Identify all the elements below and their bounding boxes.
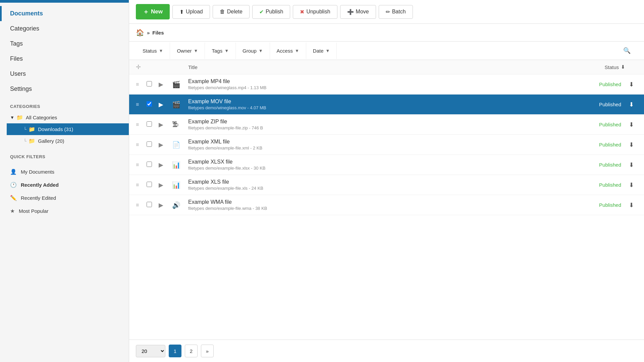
play-button[interactable]: ▶ [159, 181, 172, 189]
plus-icon: ＋ [143, 8, 149, 16]
file-rows-container: ≡ ▶ 🎬 Example MP4 file filetypes demo/wi… [129, 74, 644, 215]
filter-most-popular[interactable]: ★ Most Popular [0, 204, 129, 218]
status-badge: Published [599, 202, 625, 208]
table-row[interactable]: ≡ ▶ 📄 Example XML file filetypes demo/ex… [129, 135, 644, 155]
drag-handle: ≡ [136, 162, 147, 168]
categories-sub-tree: └ 📁 Downloads (31) └ 📁 Gallery (20) [0, 123, 129, 147]
file-meta: filetypes demo/example-file.xls - 24 KB [188, 186, 599, 191]
pencil-icon: ✏️ [10, 195, 17, 201]
category-gallery[interactable]: └ 📁 Gallery (20) [7, 135, 129, 147]
page-next-button[interactable]: » [201, 345, 214, 357]
file-meta: filetypes demo/example-file.xml - 2 KB [188, 145, 599, 150]
row-checkbox[interactable] [147, 182, 159, 188]
download-button[interactable]: ⬇ [625, 121, 637, 128]
sub-indent-icon: └ [23, 138, 26, 143]
filter-tags[interactable]: Tags ▼ [205, 43, 236, 59]
filter-my-documents-label: My Documents [21, 169, 54, 175]
table-row[interactable]: ≡ ▶ 🔊 Example WMA file filetypes demo/ex… [129, 195, 644, 215]
download-button[interactable]: ⬇ [625, 101, 637, 108]
person-icon: 👤 [10, 169, 17, 175]
status-badge: Published [599, 142, 625, 147]
play-button[interactable]: ▶ [159, 81, 172, 88]
filter-status[interactable]: Status ▼ [136, 43, 170, 59]
new-button-label: New [151, 8, 163, 15]
sidebar-item-files[interactable]: Files [0, 51, 129, 66]
filter-my-documents[interactable]: 👤 My Documents [0, 165, 129, 178]
row-checkbox[interactable] [147, 101, 159, 108]
home-icon[interactable]: 🏠 [136, 28, 144, 37]
row-checkbox[interactable] [147, 202, 159, 208]
row-checkbox[interactable] [147, 121, 159, 128]
breadcrumb: 🏠 » Files [129, 24, 644, 42]
row-checkbox[interactable] [147, 81, 159, 87]
table-row[interactable]: ≡ ▶ 📊 Example XLSX file filetypes demo/e… [129, 155, 644, 175]
file-name: Example ZIP file [188, 119, 599, 125]
table-row[interactable]: ≡ ▶ 🗜 Example ZIP file filetypes demo/ex… [129, 115, 644, 135]
chevron-down-icon: ▼ [159, 48, 163, 53]
filter-owner[interactable]: Owner ▼ [170, 43, 205, 59]
file-name: Example MP4 file [188, 78, 599, 84]
drag-handle: ≡ [136, 102, 147, 108]
file-meta: filetypes demo/example-file.zip - 746 B [188, 125, 599, 130]
drag-handle: ≡ [136, 182, 147, 188]
table-row[interactable]: ≡ ▶ 🎬 Example MOV file filetypes demo/wi… [129, 95, 644, 115]
file-list: ✛ Title Status ⬇ ≡ ▶ 🎬 Example MP4 file … [129, 60, 644, 340]
filter-recently-added[interactable]: 🕐 Recently Added [0, 178, 129, 191]
move-button[interactable]: ➕ Move [340, 5, 376, 19]
download-button[interactable]: ⬇ [625, 181, 637, 189]
sidebar-item-users[interactable]: Users [0, 66, 129, 81]
drag-handle: ≡ [136, 81, 147, 87]
download-button[interactable]: ⬇ [625, 161, 637, 169]
quick-filters-list: 👤 My Documents 🕐 Recently Added ✏️ Recen… [0, 162, 129, 221]
status-badge: Published [599, 102, 625, 107]
download-button[interactable]: ⬇ [625, 81, 637, 88]
toolbar: ＋ New ⬆ Upload 🗑 Delete ✔ Publish ✖ Unpu… [129, 0, 644, 24]
status-badge: Published [599, 81, 625, 87]
filter-date[interactable]: Date ▼ [306, 43, 337, 59]
file-type-icon: 🎬 [172, 80, 187, 88]
download-button[interactable]: ⬇ [625, 201, 637, 209]
sidebar-item-documents[interactable]: Documents [0, 6, 129, 21]
row-checkbox[interactable] [147, 141, 159, 148]
unpublish-button[interactable]: ✖ Unpublish [293, 5, 337, 19]
filter-recently-edited[interactable]: ✏️ Recently Edited [0, 191, 129, 204]
file-name: Example XLS file [188, 179, 599, 185]
batch-button[interactable]: ✏ Batch [379, 5, 413, 19]
delete-button[interactable]: 🗑 Delete [213, 5, 250, 18]
sidebar-item-settings[interactable]: Settings [0, 81, 129, 97]
page-2-button[interactable]: 2 [185, 345, 198, 357]
row-checkbox[interactable] [147, 162, 159, 168]
unpublish-button-label: Unpublish [306, 9, 330, 15]
sidebar-item-tags[interactable]: Tags [0, 36, 129, 51]
category-all-label: All Categories [26, 115, 57, 120]
new-button[interactable]: ＋ New [136, 4, 170, 19]
upload-button[interactable]: ⬆ Upload [172, 5, 210, 19]
category-downloads[interactable]: └ 📁 Downloads (31) [7, 123, 129, 135]
clock-icon: 🕐 [10, 182, 17, 188]
search-button[interactable]: 🔍 [616, 42, 637, 60]
publish-button[interactable]: ✔ Publish [252, 5, 290, 19]
play-button[interactable]: ▶ [159, 161, 172, 169]
page-1-button[interactable]: 1 [169, 345, 181, 357]
folder-icon: 📁 [29, 126, 35, 132]
category-all-categories[interactable]: ▼ 📁 All Categories [0, 112, 129, 123]
play-button[interactable]: ▶ [159, 141, 172, 148]
play-button[interactable]: ▶ [159, 201, 172, 209]
table-row[interactable]: ≡ ▶ 🎬 Example MP4 file filetypes demo/wi… [129, 74, 644, 95]
status-header-label: Status [604, 64, 619, 70]
file-meta: filetypes demo/wineglass.mp4 - 1.13 MB [188, 85, 599, 90]
filter-access[interactable]: Access ▼ [270, 43, 306, 59]
file-info: Example ZIP file filetypes demo/example-… [187, 119, 599, 130]
play-button[interactable]: ▶ [159, 101, 172, 108]
sidebar-item-categories[interactable]: Categories [0, 21, 129, 36]
download-button[interactable]: ⬇ [625, 141, 637, 148]
sidebar-accent-bar [0, 0, 129, 3]
file-meta: filetypes demo/wineglass.mov - 4.07 MB [188, 105, 599, 110]
file-info: Example XML file filetypes demo/example-… [187, 139, 599, 150]
page-size-select[interactable]: 10 20 50 100 [136, 345, 165, 357]
play-button[interactable]: ▶ [159, 121, 172, 128]
filter-group[interactable]: Group ▼ [236, 43, 270, 59]
table-row[interactable]: ≡ ▶ 📊 Example XLS file filetypes demo/ex… [129, 175, 644, 195]
file-type-icon: 🗜 [172, 121, 187, 128]
upload-button-label: Upload [186, 9, 203, 15]
